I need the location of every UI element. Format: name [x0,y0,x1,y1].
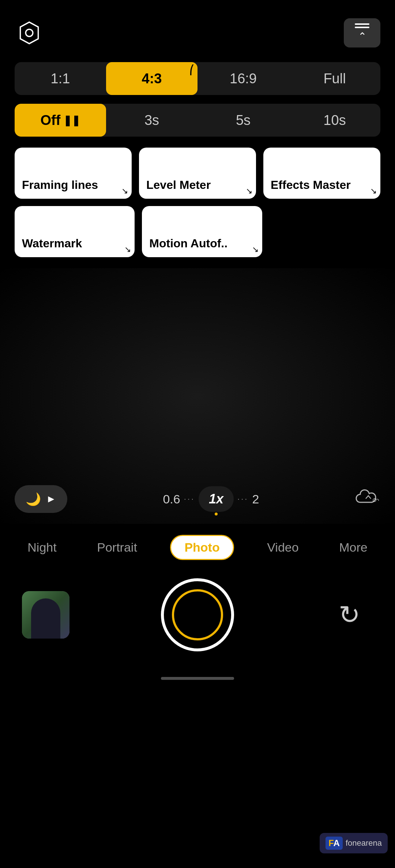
camera-viewfinder: 🌙 ► 0.6 ··· 1x ··· 2 [0,268,395,524]
feature-grid-row2: Watermark ↘ Motion Autof.. ↘ [15,206,262,257]
home-indicator-area [0,670,395,691]
zoom-0.6[interactable]: 0.6 [163,492,180,506]
camera-mode-selector: Night Portrait Photo Video More [0,524,395,567]
feature-grid-row1: Framing lines ↘ Level Meter ↘ [15,148,380,199]
level-corner-arrow: ↘ [246,186,252,196]
gallery-thumbnail[interactable] [22,591,69,639]
settings-icon[interactable] [15,18,44,47]
shutter-button[interactable] [161,578,234,651]
zoom-dots-left: ··· [184,494,195,504]
zoom-controls: 🌙 ► 0.6 ··· 1x ··· 2 [0,485,395,524]
mode-night[interactable]: Night [20,537,64,558]
framing-lines-label: Framing lines [22,156,124,192]
ratio-full[interactable]: Full [289,62,380,95]
mode-portrait[interactable]: Portrait [90,537,144,558]
ratio-16-9[interactable]: 16:9 [198,62,289,95]
settings-panel: 1:1 4:3 ⎛ 16:9 Full Off ❚❚ 3s 5s 10s [0,58,395,268]
toggle-arrow-icon: ► [46,493,56,505]
motion-autofocus-label: Motion Autof.. [149,215,255,250]
svg-point-1 [26,29,33,37]
watermark-fa-icon: FA [326,837,343,850]
fonearena-watermark: FA fonearena [320,833,388,853]
framing-lines-button[interactable]: Framing lines ↘ [15,148,132,199]
effects-master-label: Effects Master [271,156,373,192]
flip-camera-icon: ↻ [339,600,360,630]
motion-autofocus-button[interactable]: Motion Autof.. ↘ [142,206,262,257]
timer-10s[interactable]: 10s [289,104,380,137]
shutter-controls: ↻ [0,567,395,670]
timer-off[interactable]: Off ❚❚ [15,104,106,137]
person-silhouette [31,598,60,639]
ratio-4-3[interactable]: 4:3 ⎛ [106,62,198,95]
home-bar [161,677,234,680]
level-meter-label: Level Meter [146,156,249,192]
framing-corner-arrow: ↘ [121,186,128,196]
effects-master-button[interactable]: Effects Master ↘ [263,148,380,199]
ratio-1-1[interactable]: 1:1 [15,62,106,95]
zoom-2[interactable]: 2 [252,492,259,506]
timer-selector: Off ❚❚ 3s 5s 10s [15,104,380,137]
top-bar: ⌃ [0,0,395,58]
night-mode-toggle[interactable]: 🌙 ► [15,485,67,513]
effects-corner-arrow: ↘ [370,186,377,196]
aspect-ratio-selector: 1:1 4:3 ⎛ 16:9 Full [15,62,380,95]
motion-corner-arrow: ↘ [252,245,259,254]
svg-marker-0 [20,22,38,44]
timer-3s[interactable]: 3s [106,104,198,137]
watermark-corner-arrow: ↘ [124,245,131,254]
collapse-panel-button[interactable]: ⌃ [344,18,380,47]
watermark-label: Watermark [22,215,127,250]
timer-5s[interactable]: 5s [198,104,289,137]
flip-camera-button[interactable]: ↻ [326,591,373,639]
mode-video[interactable]: Video [260,537,306,558]
watermark-text: fonearena [346,838,382,848]
watermark-button[interactable]: Watermark ↘ [15,206,135,257]
zoom-1x-active[interactable]: 1x [199,486,234,512]
aspect-active-icon: ⎛ [189,65,194,75]
shutter-inner-ring [172,589,223,640]
zoom-dots-right: ··· [237,494,248,504]
thumbnail-image [22,591,69,639]
moon-icon: 🌙 [26,492,41,506]
level-meter-button[interactable]: Level Meter ↘ [139,148,256,199]
mode-photo-active[interactable]: Photo [170,535,234,560]
mode-more[interactable]: More [332,537,375,558]
hdr-cloud-icon[interactable] [355,488,380,510]
pause-icon: ❚❚ [63,114,80,126]
zoom-value-selector: 0.6 ··· 1x ··· 2 [82,486,340,512]
